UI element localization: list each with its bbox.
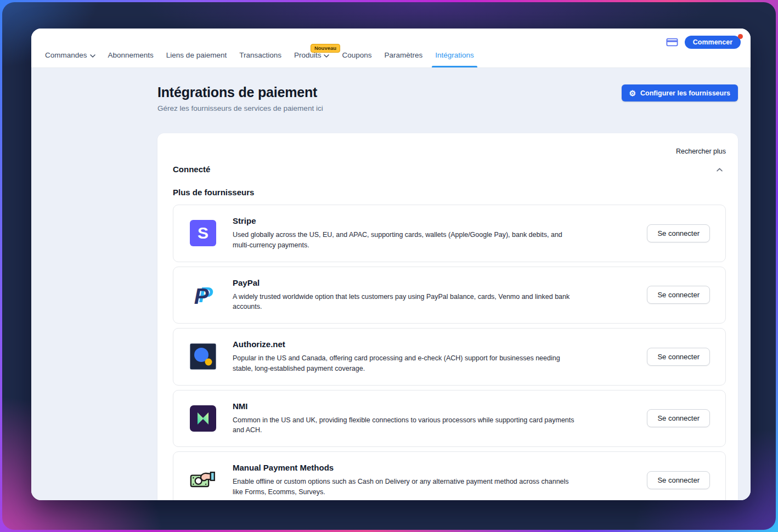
stripe-logo: S [190,220,216,246]
provider-info: Authorize.net Popular in the US and Cana… [233,339,630,374]
nav-tab-label: Intégrations [435,51,474,59]
notification-dot [738,34,743,39]
configure-providers-button[interactable]: ⚙ Configurer les fournisseurs [622,84,738,101]
credit-card-icon[interactable] [665,37,679,48]
provider-info: Manual Payment Methods Enable offline or… [233,463,630,497]
provider-name: NMI [233,401,630,411]
manual-payment-icon [190,467,216,493]
provider-card: Authorize.net Popular in the US and Cana… [173,328,726,386]
nav-tab-abonnements[interactable]: Abonnements [107,51,155,67]
page-header: Intégrations de paiement Gérez les fourn… [157,84,738,112]
provider-name: Stripe [233,216,630,225]
nav-tab-commandes[interactable]: Commandes [44,51,97,67]
nav-tabs: Commandes Abonnements Liens de paiement … [44,51,475,67]
provider-info: PayPal A widely trusted worldwide option… [233,278,630,313]
chevron-down-icon [90,54,95,58]
nav-tab-label: Transactions [239,51,281,59]
provider-card: Manual Payment Methods Enable offline or… [173,451,726,500]
svg-text:P: P [194,284,209,308]
provider-card: NMI Common in the US and UK, providing f… [173,390,726,448]
search-more-link[interactable]: Rechercher plus [173,148,726,155]
connect-button[interactable]: Se connecter [647,471,710,489]
chevron-up-icon[interactable] [713,164,726,174]
provider-description: Common in the US and UK, providing flexi… [233,415,576,436]
topbar-actions: Commencer [665,36,741,49]
main-content: Intégrations de paiement Gérez les fourn… [31,68,751,500]
nav-tab-label: Abonnements [108,51,154,59]
start-button-label: Commencer [693,38,732,46]
more-providers-label: Plus de fournisseurs [173,188,726,197]
provider-card: S Stripe Used globally across the US, EU… [173,205,726,262]
authorize-net-logo [190,343,216,370]
provider-name: Authorize.net [233,339,630,349]
connect-button[interactable]: Se connecter [647,224,710,242]
provider-info: NMI Common in the US and UK, providing f… [233,401,630,436]
connected-section-header: Connecté [173,164,726,174]
provider-description: Used globally across the US, EU, and APA… [233,230,576,251]
provider-description: A widely trusted worldwide option that l… [233,292,576,313]
chevron-down-icon [324,54,329,58]
nav-tab-liens-de-paiement[interactable]: Liens de paiement [165,51,228,67]
provider-description: Enable offline or custom options such as… [233,477,576,497]
connect-button[interactable]: Se connecter [647,409,710,427]
provider-name: Manual Payment Methods [233,463,630,472]
page-title: Intégrations de paiement [157,84,323,100]
nav-tab-transactions[interactable]: Transactions [238,51,283,67]
nav-tab-label: Coupons [342,51,371,59]
provider-description: Popular in the US and Canada, offering c… [233,353,576,374]
start-button[interactable]: Commencer [685,36,741,49]
connect-button[interactable]: Se connecter [647,348,710,366]
paypal-logo: PP [190,282,216,308]
gear-icon: ⚙ [629,89,636,97]
page-subtitle: Gérez les fournisseurs de services de pa… [157,104,323,112]
provider-card: PP PayPal A widely trusted worldwide opt… [173,267,726,324]
provider-list: S Stripe Used globally across the US, EU… [173,205,726,500]
app-window: Commandes Abonnements Liens de paiement … [31,29,751,500]
provider-info: Stripe Used globally across the US, EU, … [233,216,630,251]
nav-tab-label: Paramètres [385,51,423,59]
top-navigation: Commandes Abonnements Liens de paiement … [31,29,751,68]
nav-tab-label: Liens de paiement [166,51,227,59]
new-badge: Nouveau [311,44,340,53]
provider-name: PayPal [233,278,630,287]
integrations-panel: Rechercher plus Connecté Plus de fournis… [157,133,738,500]
nav-tab-integrations[interactable]: Intégrations [434,51,475,67]
nav-tab-coupons[interactable]: Coupons [341,51,373,67]
configure-providers-label: Configurer les fournisseurs [640,89,730,97]
connected-label: Connecté [173,165,210,174]
nav-tab-parametres[interactable]: Paramètres [384,51,424,67]
connect-button[interactable]: Se connecter [647,286,710,304]
nav-tab-produits[interactable]: Produits Nouveau [293,51,331,67]
nav-tab-label: Commandes [45,51,87,59]
nmi-logo [190,405,216,432]
